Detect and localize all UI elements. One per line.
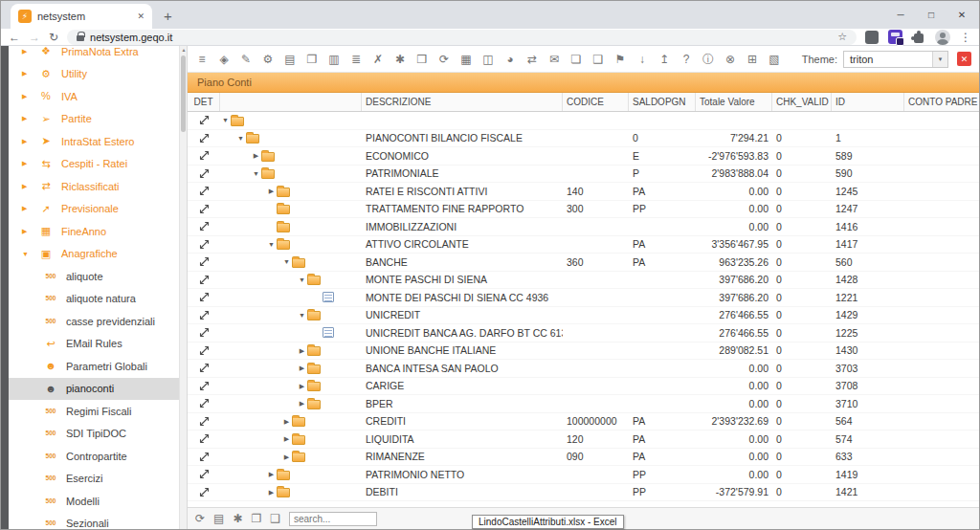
chevron-right-icon[interactable]: ▶: [22, 48, 31, 55]
window-minimize-button[interactable]: ─: [885, 10, 916, 20]
expand-arrows-icon[interactable]: [199, 398, 210, 409]
expand-arrows-icon[interactable]: [199, 327, 210, 338]
profile-avatar[interactable]: [935, 30, 950, 45]
expand-arrows-icon[interactable]: [199, 381, 210, 391]
table-row[interactable]: ▶CREDITI100000000PA2'393'232.690564: [188, 413, 979, 431]
table-row[interactable]: ▼PIANOCONTI BILANCIO FISCALE07'294.2101: [188, 130, 979, 148]
sidebar-item-regimi-fiscali[interactable]: 500Regimi Fiscali: [9, 400, 187, 423]
sidebar-item-contropartite[interactable]: 500Contropartite: [9, 445, 187, 468]
duplicate-icon[interactable]: ❒: [415, 54, 429, 65]
sidebar-item-cespiti-ratei[interactable]: ▶⇆Cespiti - Ratei: [9, 153, 187, 176]
sidebar-item-previsionale[interactable]: ▶➚Previsionale: [9, 198, 187, 221]
expand-arrows-icon[interactable]: [199, 469, 210, 479]
expand-arrows-icon[interactable]: [199, 275, 210, 285]
info-icon[interactable]: ⓘ: [702, 54, 715, 65]
table-row[interactable]: ▶RIMANENZE090PA0.000633: [188, 449, 979, 467]
geqo-extension-icon[interactable]: [888, 30, 902, 44]
expand-arrows-icon[interactable]: [199, 292, 210, 302]
copy-icon[interactable]: ❐: [305, 54, 319, 65]
tree-expand-icon[interactable]: ▶: [281, 418, 292, 425]
browser-menu-icon[interactable]: ⋮: [960, 31, 971, 44]
tree-expand-icon[interactable]: ▶: [281, 453, 292, 460]
calculator-icon[interactable]: ⊞: [746, 54, 759, 65]
table-row[interactable]: ▶LIQUIDITA120PA0.000574: [188, 431, 979, 449]
bookmark-star-icon[interactable]: ☆: [837, 31, 847, 43]
chevron-down-icon[interactable]: ▼: [932, 52, 947, 67]
sidebar-item-primanota-extra[interactable]: ▶❖PrimaNota Extra: [9, 46, 187, 63]
expand-arrows-icon[interactable]: [199, 221, 210, 232]
help-icon[interactable]: ?: [679, 54, 693, 65]
expand-arrows-icon[interactable]: [199, 345, 210, 356]
sidebar-item-aliquote[interactable]: 500aliquote: [9, 265, 187, 288]
chevron-right-icon[interactable]: ▶: [22, 160, 31, 167]
column-header-pad[interactable]: CONTO PADRE: [904, 93, 979, 111]
table-row[interactable]: ▶UNIONE BANCHE ITALIANE289'082.5101430: [188, 342, 979, 361]
sidebar-item-riclassificati[interactable]: ▶⇄Riclassificati: [9, 175, 187, 198]
column-header-tree[interactable]: [220, 93, 362, 111]
printer-icon[interactable]: ▧: [768, 54, 781, 65]
expand-arrows-icon[interactable]: [199, 433, 210, 444]
column-header-id[interactable]: ID: [832, 93, 904, 111]
tab-close-icon[interactable]: ✕: [137, 11, 145, 21]
tree-collapse-icon[interactable]: ▼: [251, 170, 261, 177]
print-icon[interactable]: ▥: [327, 54, 341, 65]
column-header-tot[interactable]: Totale Valore: [696, 93, 772, 111]
flag-icon[interactable]: ⚑: [613, 54, 627, 65]
address-bar[interactable]: netsystem.geqo.it ☆: [67, 30, 857, 45]
new-tab-button[interactable]: +: [164, 8, 172, 24]
tree-expand-icon[interactable]: ▶: [297, 347, 307, 354]
save-icon[interactable]: ▤: [213, 513, 224, 524]
collapsed-panel-strip[interactable]: [1, 46, 9, 529]
expand-arrows-icon[interactable]: [199, 256, 210, 267]
tree-expand-icon[interactable]: ▶: [266, 188, 277, 194]
back-icon[interactable]: ←: [9, 32, 20, 43]
document-icon[interactable]: ❑: [591, 54, 605, 65]
expand-arrows-icon[interactable]: [199, 487, 210, 497]
list-icon[interactable]: ≣: [349, 54, 363, 65]
column-header-chk[interactable]: CHK_VALID: [772, 93, 832, 111]
tree-collapse-icon[interactable]: ▼: [297, 276, 307, 283]
logout-icon[interactable]: ⊗: [724, 54, 737, 65]
table-row[interactable]: ▶BANCA INTESA SAN PAOLO0.0003703: [188, 360, 979, 378]
tree-expand-icon[interactable]: ▶: [281, 435, 292, 442]
chevron-right-icon[interactable]: ▶: [22, 115, 31, 122]
close-panel-button[interactable]: ✕: [957, 52, 971, 66]
chevron-down-icon[interactable]: ▼: [22, 251, 31, 257]
sidebar-item-esercizi[interactable]: 500Esercizi: [9, 468, 187, 491]
sidebar-item-modelli[interactable]: 500Modelli: [9, 490, 187, 513]
pie-chart-icon[interactable]: ◕: [503, 54, 517, 65]
tree-expand-icon[interactable]: ▶: [266, 471, 277, 477]
tree-expand-icon[interactable]: ▶: [297, 364, 307, 371]
sidebar-item-aliquote-natura[interactable]: 500aliquote natura: [9, 288, 187, 311]
edit-icon[interactable]: ✎: [239, 54, 253, 65]
sidebar-item-utility[interactable]: ▶⚙Utility: [9, 63, 187, 86]
tree-expand-icon[interactable]: ▶: [266, 489, 277, 496]
column-header-det[interactable]: DET: [188, 93, 220, 111]
table-row[interactable]: ▼ATTIVO CIRCOLANTEPA3'356'467.9501417: [188, 236, 979, 254]
chevron-right-icon[interactable]: ▶: [22, 205, 31, 212]
table-row[interactable]: UNICREDIT BANCA AG. DARFO BT CC 61398276…: [188, 324, 979, 342]
delete-icon[interactable]: ✗: [371, 54, 385, 65]
sidebar-item-intrastat-estero[interactable]: ▶➤IntraStat Estero: [9, 130, 187, 153]
document-icon[interactable]: ❑: [270, 513, 280, 524]
tree-collapse-icon[interactable]: ▼: [281, 258, 292, 265]
expand-arrows-icon[interactable]: [199, 186, 210, 196]
download-icon[interactable]: ↓: [635, 54, 649, 65]
window-maximize-button[interactable]: □: [916, 10, 947, 20]
table-row[interactable]: ▶BPER0.0003710: [188, 395, 979, 413]
sidebar-item-partite[interactable]: ▶➢Partite: [9, 108, 187, 131]
tree-expand-icon[interactable]: ▶: [297, 383, 307, 389]
sidebar-item-anagrafiche[interactable]: ▼▣Anagrafiche: [9, 243, 187, 266]
chevron-right-icon[interactable]: ▶: [22, 228, 31, 235]
tree-collapse-icon[interactable]: ▼: [235, 135, 246, 142]
scrollbar-up-icon[interactable]: ▲: [180, 47, 188, 53]
table-row[interactable]: MONTE DEI PASCHI DI SIENA CC 4936397'686…: [188, 289, 979, 307]
tree-collapse-icon[interactable]: ▼: [297, 312, 307, 319]
table-row[interactable]: ▼MONTE PASCHI DI SIENA397'686.2001428: [188, 272, 979, 290]
sidebar-scrollbar[interactable]: ▲: [179, 46, 187, 529]
expand-arrows-icon[interactable]: [199, 150, 210, 161]
expand-arrows-icon[interactable]: [199, 168, 210, 179]
column-header-desc[interactable]: DESCRIZIONE: [362, 93, 563, 111]
snowflake-icon[interactable]: ✱: [393, 54, 407, 65]
sidebar-item-sezionali[interactable]: 500Sezionali: [9, 513, 187, 530]
